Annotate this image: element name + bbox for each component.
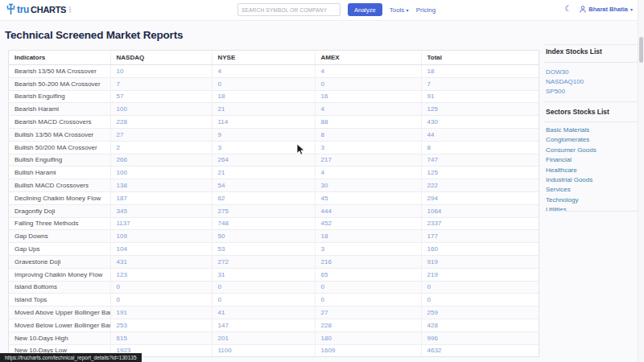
count-cell[interactable]: 21 [212, 103, 315, 116]
screen-count-link[interactable]: 1100 [218, 347, 232, 354]
count-cell[interactable]: 91 [421, 90, 539, 103]
count-cell[interactable]: 54 [212, 179, 315, 192]
screen-count-link[interactable]: 2337 [427, 220, 442, 227]
screen-count-link[interactable]: 8 [321, 131, 324, 138]
count-cell[interactable]: 430 [421, 116, 539, 129]
sidebar-sector-link[interactable]: Utilities [546, 206, 597, 213]
screen-count-link[interactable]: 615 [117, 335, 127, 342]
screen-count-link[interactable]: 275 [218, 208, 229, 215]
count-cell[interactable]: 27 [315, 306, 421, 319]
count-cell[interactable]: 1100 [212, 344, 315, 356]
screen-count-link[interactable]: 21 [218, 105, 225, 113]
screen-count-link[interactable]: 100 [117, 169, 127, 176]
count-cell[interactable]: 100 [110, 103, 212, 116]
search-input[interactable] [237, 3, 341, 16]
count-cell[interactable]: 27 [110, 128, 212, 141]
screen-count-link[interactable]: 919 [427, 258, 438, 265]
count-cell[interactable]: 748 [212, 217, 315, 230]
screen-count-link[interactable]: 50 [218, 232, 225, 240]
count-cell[interactable]: 0 [421, 294, 539, 306]
screen-count-link[interactable]: 125 [427, 105, 438, 113]
screen-count-link[interactable]: 57 [117, 93, 124, 100]
count-cell[interactable]: 104 [110, 243, 212, 256]
count-cell[interactable]: 1064 [421, 204, 539, 217]
count-cell[interactable]: 177 [421, 230, 539, 243]
screen-count-link[interactable]: 431 [117, 258, 127, 265]
screen-count-link[interactable]: 114 [218, 118, 229, 125]
count-cell[interactable]: 7 [110, 77, 212, 90]
screen-count-link[interactable]: 9 [218, 131, 221, 138]
screen-count-link[interactable]: 91 [427, 93, 435, 100]
screen-count-link[interactable]: 228 [321, 322, 332, 329]
screen-count-link[interactable]: 180 [321, 335, 332, 342]
screen-count-link[interactable]: 219 [427, 271, 438, 278]
count-cell[interactable]: 217 [315, 154, 421, 167]
screen-count-link[interactable]: 62 [218, 195, 225, 202]
screen-count-link[interactable]: 88 [321, 118, 328, 125]
screen-count-link[interactable]: 0 [427, 283, 431, 290]
count-cell[interactable]: 428 [421, 319, 539, 331]
count-cell[interactable]: 228 [110, 116, 212, 129]
analyze-button[interactable]: Analyze [348, 3, 382, 16]
screen-count-link[interactable]: 216 [321, 258, 332, 265]
screen-count-link[interactable]: 264 [218, 156, 229, 163]
count-cell[interactable]: 201 [212, 331, 315, 344]
count-cell[interactable]: 9 [212, 128, 315, 141]
screen-count-link[interactable]: 3 [218, 144, 221, 151]
count-cell[interactable]: 4 [315, 65, 421, 78]
count-cell[interactable]: 18 [315, 230, 421, 243]
count-cell[interactable]: 222 [421, 179, 539, 192]
screen-count-link[interactable]: 3 [321, 144, 324, 151]
count-cell[interactable]: 0 [315, 77, 421, 90]
count-cell[interactable]: 41 [212, 306, 315, 319]
screen-count-link[interactable]: 18 [218, 93, 225, 100]
screen-count-link[interactable]: 41 [218, 309, 225, 316]
screen-count-link[interactable]: 222 [427, 182, 438, 189]
count-cell[interactable]: 3 [212, 141, 315, 154]
screen-count-link[interactable]: 18 [427, 68, 435, 75]
screen-count-link[interactable]: 2 [117, 144, 120, 151]
count-cell[interactable]: 125 [421, 103, 539, 116]
count-cell[interactable]: 4 [315, 167, 421, 179]
screen-count-link[interactable]: 10 [117, 68, 124, 75]
page-scrollbar-track[interactable] [638, 0, 644, 362]
screen-count-link[interactable]: 217 [321, 156, 332, 163]
count-cell[interactable]: 109 [110, 230, 212, 243]
count-cell[interactable]: 50 [212, 230, 315, 243]
screen-count-link[interactable]: 747 [427, 156, 438, 163]
count-cell[interactable]: 452 [315, 217, 421, 230]
screen-count-link[interactable]: 1064 [427, 208, 442, 215]
screen-count-link[interactable]: 18 [321, 232, 328, 240]
count-cell[interactable]: 53 [212, 243, 315, 256]
count-cell[interactable]: 747 [421, 154, 539, 167]
screen-count-link[interactable]: 228 [117, 118, 127, 125]
count-cell[interactable]: 138 [110, 179, 212, 192]
screen-count-link[interactable]: 27 [117, 131, 124, 138]
count-cell[interactable]: 8 [315, 128, 421, 141]
screen-count-link[interactable]: 8 [427, 144, 431, 151]
screen-count-link[interactable]: 16 [321, 93, 328, 100]
count-cell[interactable]: 114 [212, 116, 315, 129]
screen-count-link[interactable]: 4 [218, 68, 221, 75]
screen-count-link[interactable]: 109 [117, 232, 127, 240]
count-cell[interactable]: 187 [110, 191, 212, 204]
screen-count-link[interactable]: 4 [321, 68, 324, 75]
count-cell[interactable]: 0 [110, 281, 212, 294]
count-cell[interactable]: 1609 [315, 344, 421, 356]
screen-count-link[interactable]: 4632 [427, 347, 442, 354]
count-cell[interactable]: 44 [421, 128, 539, 141]
screen-count-link[interactable]: 160 [427, 245, 438, 253]
count-cell[interactable]: 30 [315, 179, 421, 192]
count-cell[interactable]: 3 [315, 141, 421, 154]
screen-count-link[interactable]: 27 [321, 309, 328, 316]
count-cell[interactable]: 45 [315, 191, 421, 204]
screen-count-link[interactable]: 430 [427, 118, 438, 125]
screen-count-link[interactable]: 0 [218, 296, 221, 303]
screen-count-link[interactable]: 65 [321, 271, 328, 278]
count-cell[interactable]: 919 [421, 255, 539, 268]
screen-count-link[interactable]: 191 [117, 309, 127, 316]
screen-count-link[interactable]: 53 [218, 245, 225, 253]
count-cell[interactable]: 0 [212, 281, 315, 294]
screen-count-link[interactable]: 45 [321, 195, 328, 202]
count-cell[interactable]: 160 [421, 243, 539, 256]
